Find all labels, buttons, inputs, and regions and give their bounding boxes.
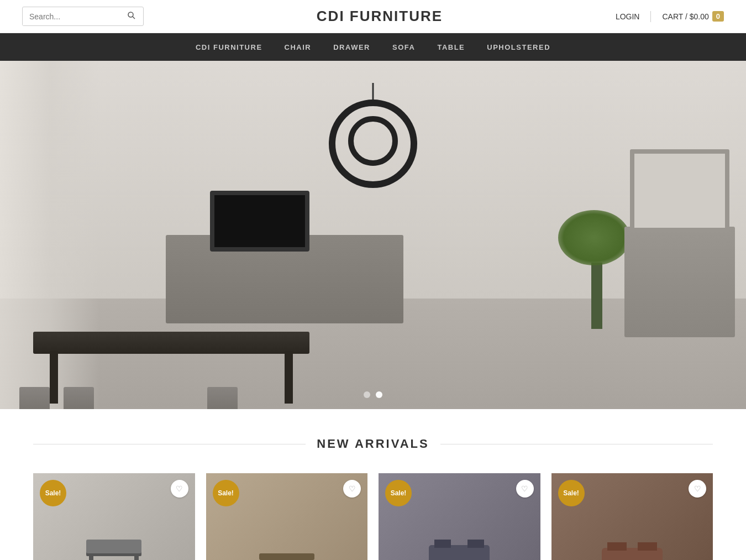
hero-scene <box>0 61 746 409</box>
product-card-2[interactable]: Sale! ♡ <box>206 473 368 560</box>
table-leg <box>285 351 293 404</box>
product-image-2: Sale! ♡ <box>206 473 368 560</box>
hero-background <box>0 61 746 409</box>
product-furniture-2 <box>254 523 320 560</box>
hero-section <box>0 61 746 409</box>
section-divider: NEW ARRIVALS <box>33 437 713 451</box>
login-link[interactable]: LOGIN <box>616 12 640 21</box>
site-title: CDI FURNITURE <box>317 8 443 25</box>
cart-label: CART / $0.00 <box>662 12 708 21</box>
slider-dot-2[interactable] <box>376 391 382 398</box>
main-nav: CDI FURNITURE CHAIR DRAWER SOFA TABLE UP… <box>0 33 746 61</box>
plant-leaves <box>558 210 630 265</box>
lamp-ring-inner <box>348 116 398 166</box>
product-image-3: Sale! ♡ <box>379 473 540 560</box>
wishlist-button-1[interactable]: ♡ <box>171 480 188 498</box>
chair-back <box>207 387 238 409</box>
search-icon <box>128 12 135 19</box>
mirror <box>630 149 729 232</box>
product-furniture-3 <box>426 523 492 560</box>
site-header: CDI FURNITURE LOGIN CART / $0.00 0 <box>0 0 746 33</box>
product-grid: Sale! ♡ Sale! ♡ <box>33 473 713 560</box>
new-arrivals-section: NEW ARRIVALS Sale! ♡ Sale! ♡ <box>0 409 746 560</box>
divider-line-left <box>33 444 306 444</box>
slider-dot-1[interactable] <box>364 391 370 398</box>
nav-item-chair[interactable]: CHAIR <box>285 35 312 60</box>
product-furniture-1 <box>81 523 147 560</box>
product-image-4: Sale! ♡ <box>551 473 713 560</box>
new-arrivals-title: NEW ARRIVALS <box>317 437 429 451</box>
product-card-3[interactable]: Sale! ♡ <box>379 473 540 560</box>
cart-badge: 0 <box>712 11 724 22</box>
table-leg <box>50 351 58 404</box>
divider <box>650 11 651 22</box>
svg-point-0 <box>128 12 133 17</box>
chair-back <box>19 387 50 409</box>
wishlist-button-2[interactable]: ♡ <box>343 480 361 498</box>
pendant-lamp <box>323 83 423 193</box>
search-input[interactable] <box>23 8 122 25</box>
sale-badge-3: Sale! <box>385 480 412 506</box>
search-container <box>22 7 144 26</box>
cart-button[interactable]: CART / $0.00 0 <box>662 11 724 22</box>
product-image-1: Sale! ♡ <box>33 473 195 560</box>
svg-rect-3 <box>89 556 93 560</box>
search-button[interactable] <box>122 7 141 25</box>
sale-badge-4: Sale! <box>558 480 585 506</box>
nav-item-table[interactable]: TABLE <box>437 35 465 60</box>
svg-rect-4 <box>134 556 139 560</box>
chair-back <box>64 387 94 409</box>
svg-rect-5 <box>86 540 141 553</box>
sale-badge-2: Sale! <box>213 480 239 506</box>
svg-rect-16 <box>638 542 657 551</box>
svg-rect-11 <box>434 540 451 548</box>
dresser <box>624 227 735 337</box>
nav-item-upholstered[interactable]: UPHOLSTERED <box>487 35 550 60</box>
slider-dots <box>364 391 382 398</box>
product-card-1[interactable]: Sale! ♡ <box>33 473 195 560</box>
divider-line-right <box>440 444 713 444</box>
wishlist-button-3[interactable]: ♡ <box>516 480 534 498</box>
dining-table <box>33 332 309 354</box>
tv-screen <box>210 191 309 252</box>
tv-cabinet <box>166 235 403 323</box>
nav-item-cdi-furniture[interactable]: CDI FURNITURE <box>196 35 262 60</box>
svg-rect-7 <box>259 553 314 560</box>
svg-line-1 <box>133 17 135 19</box>
svg-rect-12 <box>467 540 484 548</box>
product-card-4[interactable]: Sale! ♡ <box>551 473 713 560</box>
sale-badge-1: Sale! <box>40 480 66 506</box>
plant-stem <box>591 263 602 329</box>
svg-rect-15 <box>607 542 627 551</box>
wishlist-button-4[interactable]: ♡ <box>689 480 706 498</box>
header-right: LOGIN CART / $0.00 0 <box>616 11 724 22</box>
nav-item-drawer[interactable]: DRAWER <box>333 35 370 60</box>
nav-item-sofa[interactable]: SOFA <box>392 35 415 60</box>
product-furniture-4 <box>599 523 665 560</box>
